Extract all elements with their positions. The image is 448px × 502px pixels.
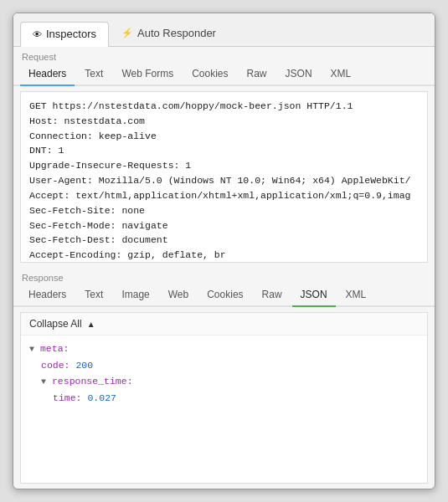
req-tab-json[interactable]: JSON xyxy=(277,64,321,86)
collapse-all-label: Collapse All xyxy=(29,318,82,330)
response-section: Response Headers Text Image Web Cookies … xyxy=(13,268,435,489)
tab-inspectors[interactable]: 👁 Inspectors xyxy=(20,22,109,47)
res-tab-xml[interactable]: XML xyxy=(337,284,375,307)
json-code-value: 200 xyxy=(75,360,93,371)
res-tab-cookies[interactable]: Cookies xyxy=(198,284,251,307)
tab-auto-responder[interactable]: ⚡ Auto Responder xyxy=(109,21,229,46)
response-content-panel: Collapse All ▲ ▼ meta: code: 200 ▼ respo… xyxy=(20,312,428,484)
req-tab-raw[interactable]: Raw xyxy=(239,64,275,86)
res-tab-text[interactable]: Text xyxy=(76,284,111,307)
json-meta-key: meta: xyxy=(40,343,70,354)
res-tab-web[interactable]: Web xyxy=(160,284,197,307)
req-tab-headers[interactable]: Headers xyxy=(20,64,75,86)
response-section-label: Response xyxy=(13,268,435,284)
req-tab-webforms[interactable]: Web Forms xyxy=(113,64,182,86)
eye-icon: 👁 xyxy=(33,29,42,39)
inspector-window: 👁 Inspectors ⚡ Auto Responder Request He… xyxy=(13,13,435,489)
res-tab-json[interactable]: JSON xyxy=(292,284,336,307)
request-panel: GET https://nstestdata.com/hoppy/mock-be… xyxy=(20,91,428,263)
tab-inspectors-label: Inspectors xyxy=(46,28,96,40)
json-response-time-key: response_time: xyxy=(52,376,133,387)
lightning-icon: ⚡ xyxy=(121,28,133,38)
json-time-value: 0.027 xyxy=(87,392,116,403)
req-tab-cookies[interactable]: Cookies xyxy=(183,64,236,86)
json-code-row: code: 200 xyxy=(29,357,419,374)
request-sub-tabs: Headers Text Web Forms Cookies Raw JSON … xyxy=(13,64,435,86)
request-content: GET https://nstestdata.com/hoppy/mock-be… xyxy=(21,92,427,263)
chevron-up-icon: ▲ xyxy=(87,320,95,329)
json-time-row: time: 0.027 xyxy=(29,390,419,407)
res-tab-image[interactable]: Image xyxy=(113,284,157,307)
collapse-all-button[interactable]: Collapse All ▲ xyxy=(21,313,427,336)
json-meta-row: ▼ meta: xyxy=(29,341,419,357)
request-section-label: Request xyxy=(13,47,435,64)
triangle-response-time-icon: ▼ xyxy=(41,375,46,389)
json-time-key: time: xyxy=(53,392,82,403)
top-tab-bar: 👁 Inspectors ⚡ Auto Responder xyxy=(13,13,435,47)
json-response-time-row: ▼ response_time: xyxy=(29,373,419,390)
req-tab-xml[interactable]: XML xyxy=(322,64,360,86)
json-tree: ▼ meta: code: 200 ▼ response_time: time:… xyxy=(21,336,427,411)
response-sub-tabs: Headers Text Image Web Cookies Raw JSON … xyxy=(13,284,435,307)
res-tab-raw[interactable]: Raw xyxy=(254,284,291,307)
req-tab-text[interactable]: Text xyxy=(76,64,111,86)
tab-auto-responder-label: Auto Responder xyxy=(137,27,216,39)
json-code-key: code: xyxy=(41,360,70,371)
triangle-meta-icon: ▼ xyxy=(29,342,34,356)
res-tab-headers[interactable]: Headers xyxy=(20,284,75,307)
